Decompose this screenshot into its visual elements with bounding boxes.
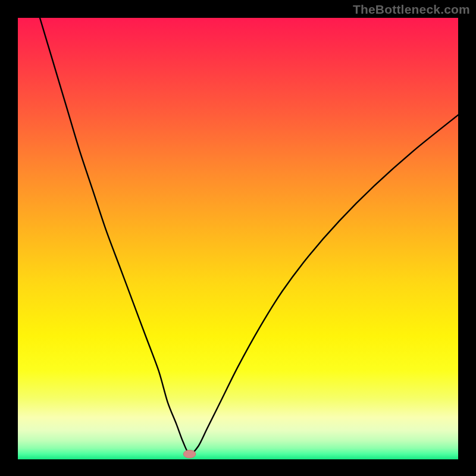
plot-area (18, 18, 458, 459)
chart-frame: TheBottleneck.com (0, 0, 476, 476)
watermark-text: TheBottleneck.com (353, 2, 470, 17)
minimum-marker (183, 450, 196, 458)
plot-svg (18, 18, 458, 459)
gradient-background (18, 18, 458, 459)
